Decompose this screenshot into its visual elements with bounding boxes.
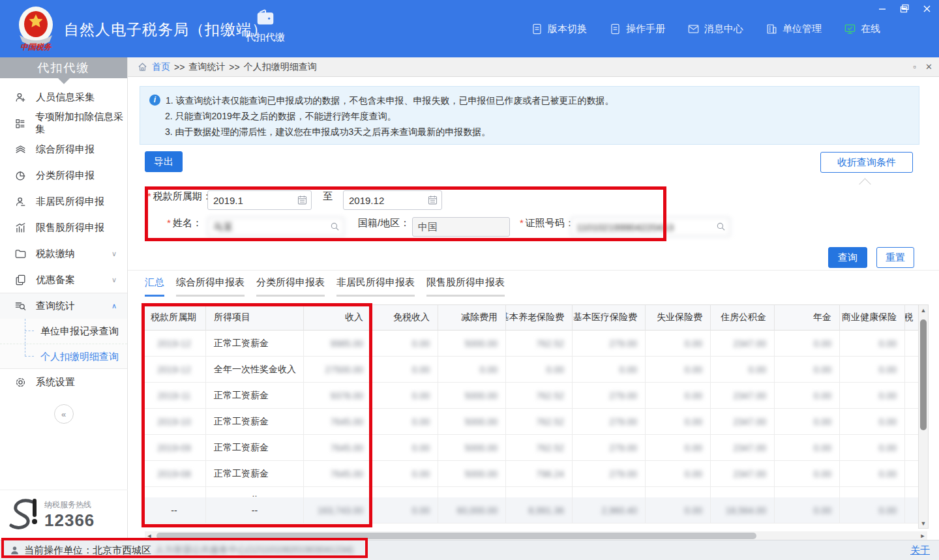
table-header-cell: 基本养老保险费	[506, 304, 573, 331]
sidebar-item-系统设置[interactable]: 系统设置	[0, 369, 127, 395]
person-icon	[14, 196, 27, 208]
scroll-left-icon[interactable]: ◄	[145, 533, 154, 539]
scroll-down-icon[interactable]: ▼	[919, 518, 928, 528]
header-menu-消息中心[interactable]: 消息中心	[687, 23, 743, 35]
sidebar-item-label: 专项附加扣除信息采集	[35, 111, 127, 136]
table-cell: 60,000.00	[438, 497, 506, 523]
table-cell: 9985.00	[304, 331, 372, 357]
table-cell: 0.00	[775, 331, 840, 357]
scroll-up-icon[interactable]: ▲	[919, 305, 928, 315]
tab-分类所得申报表[interactable]: 分类所得申报表	[256, 276, 325, 297]
sidebar-item-查询统计[interactable]: 查询统计∧	[0, 293, 127, 319]
header-menu-在线[interactable]: 在线	[844, 23, 880, 35]
sidebar-item-优惠备案[interactable]: 优惠备案∨	[0, 267, 127, 293]
table-cell: 0.00	[840, 435, 905, 461]
name-field[interactable]	[207, 217, 344, 237]
header-menu-单位管理[interactable]: 单位管理	[766, 23, 822, 35]
table-cell: 762.52	[506, 409, 573, 435]
table-cell	[646, 487, 711, 497]
name-label: 姓名：	[167, 217, 202, 229]
scroll-right-icon[interactable]: ►	[918, 533, 927, 539]
table-cell	[573, 487, 646, 497]
close-icon[interactable]	[921, 3, 932, 14]
calendar-icon[interactable]	[427, 194, 438, 205]
tab-汇总[interactable]: 汇总	[145, 276, 164, 297]
query-button[interactable]: 查询	[828, 247, 867, 268]
panel-close-icon[interactable]: ✕	[925, 62, 932, 72]
table-cell: 5000.00	[438, 331, 506, 357]
sidebar-collapse-button[interactable]: «	[54, 404, 74, 424]
calendar-icon[interactable]	[297, 194, 308, 205]
table-cell: 0.00	[711, 357, 775, 383]
chevron-down-icon: ∨	[112, 250, 117, 258]
user-icon	[9, 545, 20, 556]
sidebar-item-人员信息采集[interactable]: 人员信息采集	[0, 84, 127, 110]
minimize-icon[interactable]	[876, 3, 888, 14]
search-icon[interactable]	[329, 221, 340, 232]
reset-button[interactable]: 重置	[876, 247, 914, 268]
tab-daikou-daijiao[interactable]: 代扣代缴	[230, 8, 301, 44]
sidebar-item-label: 税款缴纳	[36, 248, 75, 260]
hotline-12366-icon	[9, 498, 39, 532]
sidebar-item-分类所得申报[interactable]: 分类所得申报	[0, 162, 127, 188]
tab-限售股所得申报表[interactable]: 限售股所得申报表	[426, 276, 505, 297]
table-cell: 0.00	[775, 383, 840, 409]
sidebar-item-限售股所得申报[interactable]: 限售股所得申报	[0, 214, 127, 241]
to-label: 至	[323, 190, 333, 203]
sidebar-item-label: 人员信息采集	[36, 91, 95, 104]
tab-综合所得申报表[interactable]: 综合所得申报表	[176, 276, 245, 297]
sidebar-item-税款缴纳[interactable]: 税款缴纳∨	[0, 241, 127, 267]
vertical-scrollbar[interactable]: ▲ ▼	[918, 304, 929, 529]
id-number-field[interactable]	[571, 217, 730, 237]
breadcrumb: 首页 >> 查询统计 >> 个人扣缴明细查询 ▫ ✕	[128, 57, 939, 77]
status-bar: 当前操作单位：北京市西城区 人力资源公共服务中心(121101082019030…	[0, 540, 939, 560]
table-cell: 5000.00	[438, 409, 506, 435]
table-cell: 正常工资薪金	[206, 383, 304, 409]
search-list-icon	[14, 300, 27, 312]
pie-icon	[14, 169, 27, 182]
collapse-query-button[interactable]: 收折查询条件	[820, 152, 913, 173]
id-number-input[interactable]	[571, 217, 730, 237]
table-cell: 0.00	[646, 435, 711, 461]
table-cell	[372, 487, 438, 497]
name-input[interactable]	[207, 217, 344, 237]
header-menu-版本切换[interactable]: 版本切换	[531, 23, 587, 35]
table-cell	[711, 487, 775, 497]
period-from-field[interactable]	[207, 190, 312, 210]
table-header-cell: 所得项目	[206, 304, 304, 331]
sidebar-item-专项附加扣除信息采集[interactable]: 专项附加扣除信息采集	[0, 110, 127, 136]
period-to-field[interactable]	[343, 190, 442, 210]
table-header-cell: 免税收入	[372, 304, 438, 331]
table-cell: 2019-11	[142, 383, 206, 409]
table-header-cell: 收入	[304, 304, 372, 331]
about-link[interactable]: 关于	[910, 544, 930, 557]
breadcrumb-home[interactable]: 首页	[152, 61, 170, 73]
header-menu-操作手册[interactable]: 操作手册	[609, 23, 665, 35]
table-row: 2019-08正常工资薪金7645.000.005000.00798.24279…	[142, 461, 918, 487]
sidebar-item-label: 非居民所得申报	[36, 196, 104, 208]
panel-maximize-icon[interactable]: ▫	[913, 62, 916, 72]
table-cell: 0.00	[840, 331, 905, 357]
sidebar-title-arrow	[58, 78, 70, 84]
tab-非居民所得申报表[interactable]: 非居民所得申报表	[336, 276, 415, 297]
restore-icon[interactable]	[899, 3, 910, 14]
period-from-input[interactable]	[207, 190, 312, 210]
monitor-check-icon	[844, 23, 856, 35]
table-row: 2019-12正常工资薪金9985.000.005000.00762.52279…	[142, 331, 918, 357]
sidebar-item-综合所得申报[interactable]: 综合所得申报	[0, 136, 127, 162]
sidebar-item-label: 分类所得申报	[36, 169, 95, 182]
table-cell: 2347.00	[711, 383, 775, 409]
sidebar-subitem-单位申报记录查询[interactable]: 单位申报记录查询	[0, 319, 127, 344]
search-icon[interactable]	[715, 221, 726, 232]
breadcrumb-sep: >>	[229, 62, 239, 72]
sidebar-item-非居民所得申报[interactable]: 非居民所得申报	[0, 188, 127, 214]
horizontal-scrollbar[interactable]: ◄ ►	[145, 531, 927, 540]
export-button[interactable]: 导出	[145, 151, 183, 172]
vertical-scroll-thumb[interactable]	[920, 319, 927, 430]
breadcrumb-item: 个人扣缴明细查询	[244, 61, 317, 73]
table-row-clipped: ..	[142, 487, 918, 497]
table-cell: 27500.00	[304, 357, 372, 383]
table-row: 2019-12全年一次性奖金收入27500.000.000.000.000.00…	[142, 357, 918, 383]
horizontal-scroll-thumb[interactable]	[156, 533, 756, 539]
sidebar-subitem-个人扣缴明细查询[interactable]: 个人扣缴明细查询	[0, 344, 127, 368]
